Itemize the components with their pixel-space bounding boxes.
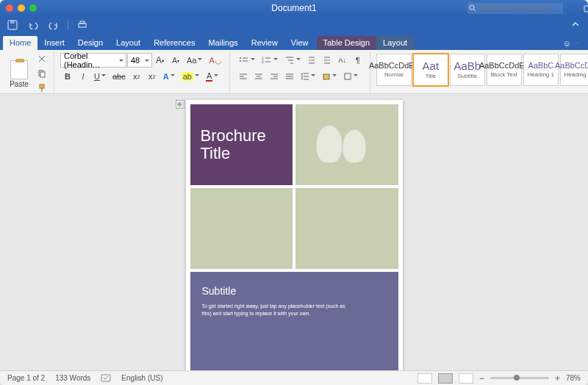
svg-line-1 <box>474 10 476 12</box>
brochure-image-pasta[interactable] <box>190 188 293 269</box>
shading-button[interactable] <box>319 69 340 84</box>
style-normal[interactable]: AaBbCcDdEeNormal <box>376 54 412 86</box>
tab-layout[interactable]: Layout <box>110 36 147 50</box>
multilevel-button[interactable] <box>282 53 304 68</box>
italic-button[interactable]: I <box>76 69 90 84</box>
align-center-button[interactable] <box>251 69 266 84</box>
font-name-combo[interactable]: Corbel (Headin… <box>60 53 126 68</box>
status-bar: Page 1 of 2 133 Words English (US) − + 7… <box>0 370 588 385</box>
sort-button[interactable]: A↓ <box>335 53 350 68</box>
paragraph-group: 12 A↓ ¶ <box>234 52 370 93</box>
brochure-title-line1[interactable]: Brochure <box>201 126 266 145</box>
document-canvas[interactable]: ✥ BrochureTitle Subtitle To get started … <box>0 94 588 370</box>
tab-mailings[interactable]: Mailings <box>201 36 244 50</box>
save-button[interactable] <box>6 18 19 32</box>
svg-rect-5 <box>10 21 15 24</box>
svg-point-14 <box>240 60 241 62</box>
shrink-font-button[interactable]: A▾ <box>168 53 183 68</box>
numbering-button[interactable]: 12 <box>259 53 281 68</box>
style-heading1[interactable]: AaBbCHeading 1 <box>523 54 559 86</box>
bullets-button[interactable] <box>236 53 258 68</box>
zoom-out-button[interactable]: − <box>479 373 484 384</box>
svg-point-12 <box>240 57 241 59</box>
zoom-in-button[interactable]: + <box>555 373 560 384</box>
highlight-button[interactable]: ab <box>179 69 202 84</box>
web-view-button[interactable] <box>459 373 473 384</box>
svg-point-0 <box>470 5 474 10</box>
brochure-image-glasses[interactable] <box>295 104 398 185</box>
redo-button[interactable] <box>47 18 60 32</box>
align-left-button[interactable] <box>236 69 251 84</box>
brochure-subtitle[interactable]: Subtitle <box>202 285 387 297</box>
zoom-level[interactable]: 78% <box>566 374 581 382</box>
tab-view[interactable]: View <box>284 36 315 50</box>
feedback-button[interactable]: ☺ <box>557 37 585 50</box>
svg-rect-2 <box>584 6 588 12</box>
brochure-title-line2[interactable]: Title <box>201 144 231 162</box>
svg-text:2: 2 <box>262 60 264 64</box>
paste-button[interactable]: Paste <box>6 59 32 88</box>
justify-button[interactable] <box>282 69 297 84</box>
svg-rect-10 <box>40 84 44 88</box>
styles-group: AaBbCcDdEeNormal AatTitle AaBbSubtitle A… <box>375 52 588 93</box>
change-case-button[interactable]: Aa <box>184 53 205 68</box>
brochure-body-text[interactable]: To get started right away, just tap any … <box>202 303 356 317</box>
tab-design[interactable]: Design <box>71 36 110 50</box>
font-size-combo[interactable]: 48 <box>127 53 152 68</box>
indent-left-button[interactable] <box>304 53 319 68</box>
language-indicator[interactable]: English (US) <box>121 374 162 382</box>
style-subtitle[interactable]: AaBbSubtitle <box>450 54 485 86</box>
print-view-button[interactable] <box>438 373 453 384</box>
titlebar: Document1 <box>0 0 588 16</box>
tab-table-design[interactable]: Table Design <box>317 36 377 50</box>
underline-button[interactable]: U <box>91 69 109 84</box>
text-effects-button[interactable]: A <box>160 69 178 84</box>
svg-rect-45 <box>345 73 351 79</box>
table-anchor-icon[interactable]: ✥ <box>176 100 184 109</box>
style-heading2[interactable]: AaBbCcDdEHeading 2 <box>560 54 588 86</box>
strike-button[interactable]: abc <box>110 69 129 84</box>
brochure-table[interactable]: BrochureTitle Subtitle To get started ri… <box>190 104 398 370</box>
clipboard-group: Paste <box>4 52 54 93</box>
cut-button[interactable] <box>35 52 49 65</box>
search-input[interactable] <box>467 3 563 14</box>
indent-right-button[interactable] <box>320 53 334 68</box>
brochure-title-cell[interactable]: BrochureTitle <box>190 104 293 185</box>
copy-button[interactable] <box>35 67 49 80</box>
borders-button[interactable] <box>340 69 361 84</box>
print-button[interactable] <box>76 18 89 32</box>
word-count[interactable]: 133 Words <box>55 374 90 382</box>
superscript-button[interactable]: x2 <box>145 69 159 84</box>
font-color-button[interactable]: A <box>203 69 221 84</box>
app-window: Document1 Home Insert Design Layout Refe… <box>0 0 588 385</box>
zoom-slider[interactable] <box>490 377 549 379</box>
spelling-icon[interactable] <box>101 374 111 383</box>
style-block-text[interactable]: AaBbCcDdEeBlock Text <box>487 54 522 86</box>
svg-rect-7 <box>80 21 85 24</box>
brochure-image-salad[interactable] <box>295 188 398 269</box>
line-spacing-button[interactable] <box>298 69 318 84</box>
bold-button[interactable]: B <box>60 69 75 84</box>
align-right-button[interactable] <box>267 69 282 84</box>
grow-font-button[interactable]: A▴ <box>153 53 168 68</box>
page[interactable]: ✥ BrochureTitle Subtitle To get started … <box>186 100 403 370</box>
share-icon[interactable] <box>584 4 588 12</box>
format-painter-button[interactable] <box>35 82 49 95</box>
clear-format-button[interactable]: A◡ <box>206 53 224 68</box>
focus-view-button[interactable] <box>417 373 432 384</box>
svg-rect-44 <box>323 74 329 79</box>
undo-button[interactable] <box>26 18 40 32</box>
tab-insert[interactable]: Insert <box>37 36 71 50</box>
tab-home[interactable]: Home <box>3 36 37 50</box>
brochure-subtitle-cell[interactable]: Subtitle To get started right away, just… <box>190 272 398 370</box>
subscript-button[interactable]: x2 <box>129 69 144 84</box>
show-marks-button[interactable]: ¶ <box>351 53 365 68</box>
ribbon-options-button[interactable] <box>569 18 582 32</box>
font-group: Corbel (Headin… 48 A▴ A▾ Aa A◡ B I U abc… <box>59 52 230 93</box>
page-indicator[interactable]: Page 1 of 2 <box>7 374 45 382</box>
search-icon <box>469 4 476 12</box>
tab-review[interactable]: Review <box>245 36 284 50</box>
tab-table-layout[interactable]: Layout <box>376 36 414 50</box>
style-title[interactable]: AatTitle <box>413 54 448 86</box>
tab-references[interactable]: References <box>147 36 201 50</box>
